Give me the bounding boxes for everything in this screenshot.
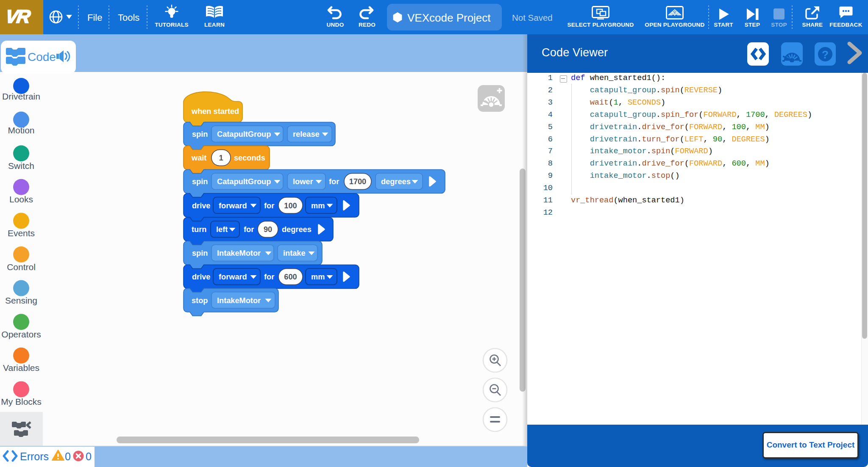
svg-text:spin: spin: [192, 177, 208, 186]
svg-text:600: 600: [284, 273, 297, 281]
svg-text:CatapultGroup: CatapultGroup: [217, 177, 271, 186]
svg-text:drive: drive: [192, 273, 210, 281]
svg-text:for: for: [264, 273, 274, 281]
svg-text:stop: stop: [192, 296, 208, 305]
svg-text:mm: mm: [311, 202, 325, 210]
svg-text:release: release: [293, 130, 320, 138]
svg-text:spin: spin: [192, 130, 208, 138]
svg-text:for: for: [264, 202, 274, 210]
svg-text:drive: drive: [192, 202, 210, 210]
svg-text:?: ?: [822, 48, 829, 61]
svg-text:mm: mm: [311, 273, 325, 281]
svg-text:degrees: degrees: [282, 225, 312, 234]
svg-text:turn: turn: [192, 225, 206, 234]
svg-text:forward: forward: [219, 273, 247, 281]
svg-text:spin: spin: [192, 249, 208, 257]
svg-text:degrees: degrees: [381, 177, 411, 186]
svg-text:intake: intake: [283, 249, 306, 257]
svg-text:1700: 1700: [349, 177, 366, 186]
svg-text:when started: when started: [191, 107, 239, 116]
svg-text:IntakeMotor: IntakeMotor: [217, 296, 261, 305]
svg-text:IntakeMotor: IntakeMotor: [217, 249, 261, 257]
svg-text:forward: forward: [219, 202, 247, 210]
svg-text:lower: lower: [293, 177, 313, 186]
svg-text:seconds: seconds: [234, 154, 265, 162]
svg-text:left: left: [216, 225, 228, 234]
svg-text:CatapultGroup: CatapultGroup: [217, 130, 271, 138]
svg-text:for: for: [329, 177, 339, 186]
svg-text:90: 90: [264, 225, 272, 234]
svg-text:100: 100: [284, 202, 297, 210]
svg-text:wait: wait: [191, 154, 206, 162]
svg-text:1: 1: [219, 154, 223, 162]
svg-text:for: for: [244, 225, 254, 234]
